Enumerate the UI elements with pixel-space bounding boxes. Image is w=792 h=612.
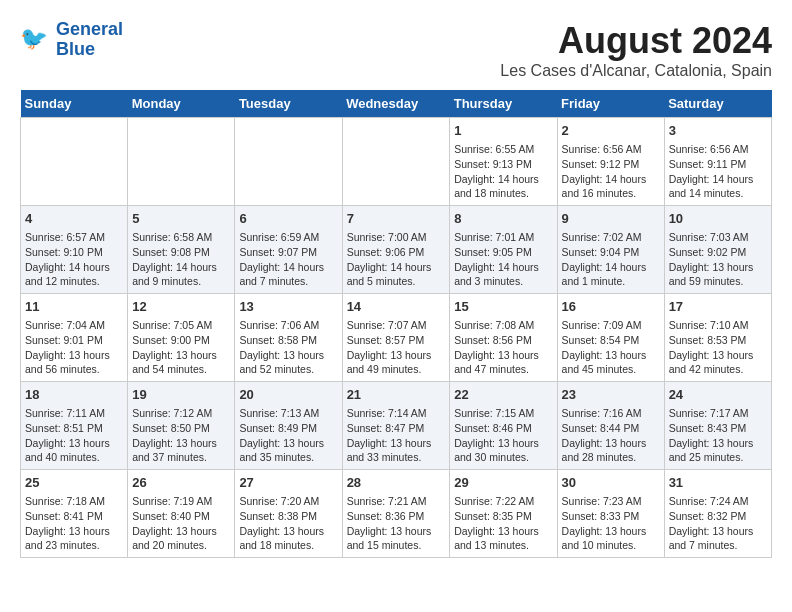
calendar-day-cell: 18Sunrise: 7:11 AMSunset: 8:51 PMDayligh… [21,382,128,470]
day-detail: Daylight: 13 hours [132,348,230,363]
day-detail: Sunrise: 7:13 AM [239,406,337,421]
day-detail: and 35 minutes. [239,450,337,465]
day-detail: Daylight: 13 hours [239,436,337,451]
calendar-day-cell: 19Sunrise: 7:12 AMSunset: 8:50 PMDayligh… [128,382,235,470]
day-detail: and 56 minutes. [25,362,123,377]
weekday-header-row: SundayMondayTuesdayWednesdayThursdayFrid… [21,90,772,118]
day-detail: Daylight: 13 hours [25,436,123,451]
day-number: 26 [132,474,230,492]
day-detail: Sunrise: 7:22 AM [454,494,552,509]
day-detail: Sunrise: 6:56 AM [669,142,767,157]
day-detail: Sunset: 9:00 PM [132,333,230,348]
day-detail: Daylight: 13 hours [454,524,552,539]
day-detail: Daylight: 14 hours [454,172,552,187]
day-detail: Sunrise: 6:55 AM [454,142,552,157]
day-detail: Sunset: 8:50 PM [132,421,230,436]
calendar-day-cell [21,118,128,206]
header: 🐦 General Blue August 2024 Les Cases d'A… [20,20,772,80]
day-detail: Sunset: 8:35 PM [454,509,552,524]
day-detail: and 28 minutes. [562,450,660,465]
day-detail: Sunset: 9:04 PM [562,245,660,260]
day-detail: Sunrise: 7:19 AM [132,494,230,509]
day-detail: Daylight: 13 hours [562,436,660,451]
day-detail: Sunrise: 7:08 AM [454,318,552,333]
day-number: 17 [669,298,767,316]
day-number: 14 [347,298,446,316]
day-detail: and 42 minutes. [669,362,767,377]
day-number: 8 [454,210,552,228]
day-detail: Sunset: 8:54 PM [562,333,660,348]
day-detail: and 10 minutes. [562,538,660,553]
day-detail: Daylight: 13 hours [25,348,123,363]
calendar-day-cell: 2Sunrise: 6:56 AMSunset: 9:12 PMDaylight… [557,118,664,206]
day-number: 12 [132,298,230,316]
day-detail: Sunrise: 7:24 AM [669,494,767,509]
logo-icon: 🐦 [20,24,52,56]
day-detail: Sunset: 9:11 PM [669,157,767,172]
weekday-tuesday: Tuesday [235,90,342,118]
calendar-day-cell: 22Sunrise: 7:15 AMSunset: 8:46 PMDayligh… [450,382,557,470]
day-number: 31 [669,474,767,492]
calendar-day-cell: 27Sunrise: 7:20 AMSunset: 8:38 PMDayligh… [235,470,342,558]
day-detail: Sunset: 8:40 PM [132,509,230,524]
day-number: 1 [454,122,552,140]
day-detail: and 45 minutes. [562,362,660,377]
day-detail: Daylight: 14 hours [454,260,552,275]
weekday-wednesday: Wednesday [342,90,450,118]
day-detail: Daylight: 13 hours [347,348,446,363]
day-number: 13 [239,298,337,316]
calendar-day-cell: 26Sunrise: 7:19 AMSunset: 8:40 PMDayligh… [128,470,235,558]
day-detail: Sunrise: 7:12 AM [132,406,230,421]
calendar-day-cell: 4Sunrise: 6:57 AMSunset: 9:10 PMDaylight… [21,206,128,294]
calendar-week-2: 11Sunrise: 7:04 AMSunset: 9:01 PMDayligh… [21,294,772,382]
day-number: 19 [132,386,230,404]
calendar-day-cell: 23Sunrise: 7:16 AMSunset: 8:44 PMDayligh… [557,382,664,470]
day-number: 18 [25,386,123,404]
day-detail: Sunrise: 7:14 AM [347,406,446,421]
day-detail: Sunset: 8:47 PM [347,421,446,436]
day-detail: Daylight: 13 hours [132,436,230,451]
calendar-day-cell: 24Sunrise: 7:17 AMSunset: 8:43 PMDayligh… [664,382,771,470]
day-number: 15 [454,298,552,316]
calendar-day-cell: 20Sunrise: 7:13 AMSunset: 8:49 PMDayligh… [235,382,342,470]
day-detail: Daylight: 14 hours [25,260,123,275]
day-number: 29 [454,474,552,492]
calendar-day-cell: 3Sunrise: 6:56 AMSunset: 9:11 PMDaylight… [664,118,771,206]
day-detail: and 5 minutes. [347,274,446,289]
day-detail: Daylight: 13 hours [347,436,446,451]
day-detail: and 30 minutes. [454,450,552,465]
day-detail: Sunrise: 7:01 AM [454,230,552,245]
day-detail: Sunset: 8:32 PM [669,509,767,524]
day-detail: and 13 minutes. [454,538,552,553]
calendar-day-cell: 12Sunrise: 7:05 AMSunset: 9:00 PMDayligh… [128,294,235,382]
day-number: 24 [669,386,767,404]
calendar-day-cell: 31Sunrise: 7:24 AMSunset: 8:32 PMDayligh… [664,470,771,558]
calendar-day-cell: 5Sunrise: 6:58 AMSunset: 9:08 PMDaylight… [128,206,235,294]
calendar-day-cell [342,118,450,206]
day-detail: Sunset: 8:49 PM [239,421,337,436]
day-number: 3 [669,122,767,140]
day-detail: Sunset: 8:41 PM [25,509,123,524]
day-number: 30 [562,474,660,492]
weekday-monday: Monday [128,90,235,118]
day-detail: Sunrise: 7:02 AM [562,230,660,245]
day-detail: Sunrise: 6:56 AM [562,142,660,157]
day-detail: Daylight: 13 hours [669,436,767,451]
day-number: 6 [239,210,337,228]
calendar-day-cell: 30Sunrise: 7:23 AMSunset: 8:33 PMDayligh… [557,470,664,558]
day-number: 11 [25,298,123,316]
day-detail: Sunrise: 7:00 AM [347,230,446,245]
day-detail: Sunrise: 7:09 AM [562,318,660,333]
day-detail: Daylight: 13 hours [562,524,660,539]
day-detail: Sunset: 8:57 PM [347,333,446,348]
day-number: 4 [25,210,123,228]
day-detail: Sunrise: 7:21 AM [347,494,446,509]
calendar-day-cell: 6Sunrise: 6:59 AMSunset: 9:07 PMDaylight… [235,206,342,294]
calendar-day-cell: 7Sunrise: 7:00 AMSunset: 9:06 PMDaylight… [342,206,450,294]
logo-line1: General [56,19,123,39]
day-number: 9 [562,210,660,228]
calendar-body: 1Sunrise: 6:55 AMSunset: 9:13 PMDaylight… [21,118,772,558]
day-detail: Daylight: 13 hours [669,348,767,363]
day-detail: Sunrise: 7:20 AM [239,494,337,509]
day-detail: Sunset: 8:51 PM [25,421,123,436]
